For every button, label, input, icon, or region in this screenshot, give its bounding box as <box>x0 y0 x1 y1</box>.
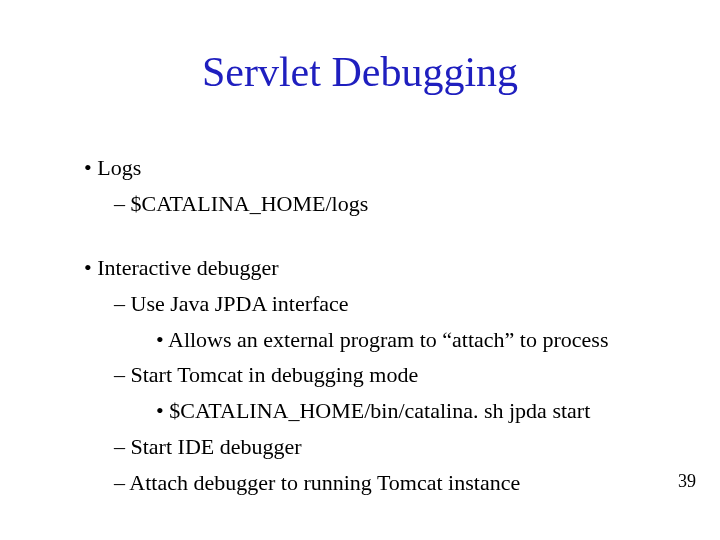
bullet-interactive-debugger: Interactive debugger <box>84 252 684 284</box>
slide-body: Logs $CATALINA_HOME/logs Interactive deb… <box>84 152 684 503</box>
bullet-catalina-cmd: $CATALINA_HOME/bin/catalina. sh jpda sta… <box>156 395 684 427</box>
slide-title: Servlet Debugging <box>0 48 720 96</box>
bullet-start-ide: Start IDE debugger <box>114 431 684 463</box>
page-number: 39 <box>678 471 696 492</box>
bullet-logs: Logs <box>84 152 684 184</box>
bullet-logs-path: $CATALINA_HOME/logs <box>114 188 684 220</box>
slide: Servlet Debugging Logs $CATALINA_HOME/lo… <box>0 0 720 540</box>
spacer <box>84 224 684 252</box>
bullet-jpda: Use Java JPDA interface <box>114 288 684 320</box>
bullet-attach-process: Allows an external program to “attach” t… <box>156 324 684 356</box>
bullet-start-tomcat: Start Tomcat in debugging mode <box>114 359 684 391</box>
bullet-attach-debugger: Attach debugger to running Tomcat instan… <box>114 467 684 499</box>
